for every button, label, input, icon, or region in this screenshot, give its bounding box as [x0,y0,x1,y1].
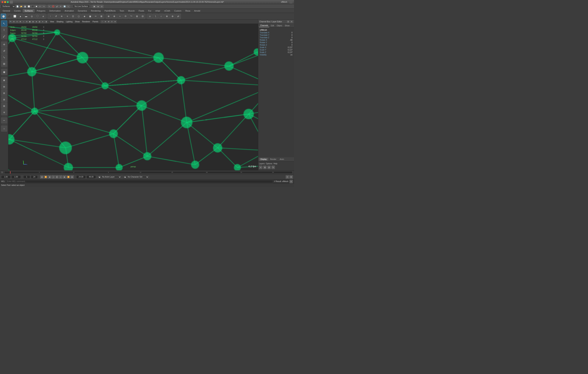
tab-fluids[interactable]: Fluids [137,9,146,12]
current-time-input[interactable] [11,175,21,179]
out-start-input[interactable] [76,175,86,179]
plane-tool[interactable]: ▬ [23,14,29,19]
vp-icon-r1[interactable]: □ [101,20,104,23]
tab-arnold[interactable]: Arnold [192,9,202,12]
vp-panels-menu[interactable]: Panels [91,20,100,23]
transform-tool[interactable]: ⊞ [1,61,7,67]
boolean-union[interactable]: ∪ [147,14,152,19]
anim-layer-arrow[interactable]: ▼ [98,176,100,178]
resize-icon[interactable] [289,0,293,4]
mode-select[interactable]: Surfaces Polygons Animation Dynamics Ren… [1,5,15,8]
tab-fur[interactable]: Fur [146,9,153,12]
attach-tool[interactable]: ⊞ [134,14,140,19]
layer-icon-2[interactable]: ⊞ [263,166,267,169]
layers-menu[interactable]: Layers [259,163,265,165]
mel-script-btn[interactable]: ⊡ [289,180,293,183]
bevel-tool[interactable]: ◈ [82,14,87,19]
move-tool-left[interactable]: ✛ [1,42,7,47]
tab-curves[interactable]: Curves [12,9,22,12]
lasso-tool-left[interactable]: ⌇ [1,27,7,33]
select-tool-icon[interactable]: ↖ [48,5,51,8]
out-end-input[interactable] [86,175,96,179]
vp-view-menu[interactable]: View [49,20,55,23]
prev-frame-btn[interactable]: ⏪ [44,175,47,179]
vp-wire1[interactable]: ⊟ [25,20,28,23]
frame-input[interactable] [23,175,30,179]
boolean-diff[interactable]: ∖ [153,14,158,19]
char-set-arrow[interactable]: ▼ [124,176,126,178]
loft-tool[interactable]: ≋ [59,14,64,19]
tab-rendering[interactable]: Rendering [89,9,103,12]
dt-tab-render[interactable]: Render [269,158,278,161]
tool3-icon[interactable]: 🔲 [35,5,38,8]
vp-shading-menu[interactable]: Shading [55,20,65,23]
extrude-tool[interactable]: ↑ [48,14,53,19]
square-tool[interactable]: ◻ [76,14,81,19]
redo-icon[interactable]: ↪ [42,5,46,8]
smooth-tool[interactable]: 〜 [129,14,134,19]
render2-icon[interactable]: ◈ [96,5,100,8]
layer5-tool[interactable]: ▨ [1,103,7,109]
vp-snap2[interactable]: ⊠ [19,20,22,23]
layer2-tool[interactable]: ▤ [1,84,7,89]
vp-icon-r5[interactable]: ⊗ [114,20,117,23]
cb-tab-object[interactable]: Object [276,24,284,27]
torus-tool[interactable]: ◎ [29,14,34,19]
next-frame-btn[interactable]: ⏩ [67,175,70,179]
stitch-tool[interactable]: ⊕ [164,14,169,19]
render1-icon[interactable]: ▣ [93,5,96,8]
play-forward-btn[interactable]: ▷ [59,175,63,179]
lasso-icon[interactable]: ⭕ [52,5,55,8]
tab-custom[interactable]: Custom [172,9,183,12]
start-time-input[interactable] [1,175,10,179]
vp-icon-r2[interactable]: ⊕ [104,20,107,23]
sphere-tool[interactable]: ⬤ [1,14,6,19]
tab-deformation[interactable]: Deformation [47,9,63,12]
tab-muscle[interactable]: Muscle [126,9,136,12]
cube-tool[interactable]: ⬛ [6,14,12,19]
tool2-icon[interactable]: ⬛ [31,5,34,8]
minimize-button[interactable] [4,1,6,3]
vp-icon-r3[interactable]: ⊞ [107,20,110,23]
prev-key-btn[interactable]: ◀ [48,175,51,179]
tab-general[interactable]: General [1,9,12,12]
trim-tool[interactable]: ✂ [93,14,98,19]
layer4-tool[interactable]: ▧ [1,96,7,102]
vp-wire2[interactable]: ▣ [28,20,32,23]
save-icon[interactable]: 💾 [23,5,27,8]
help-menu[interactable]: Help [273,163,277,165]
paint-select-tool[interactable]: 🖊 [1,33,7,39]
boundary-tool[interactable]: ⊡ [70,14,76,19]
minus-tool[interactable]: − [1,117,7,123]
tab-polygons[interactable]: Polygons [35,9,47,12]
layer3-tool[interactable]: ▥ [1,90,7,96]
layer1-tool[interactable]: ▦ [1,77,7,83]
dt-tab-display[interactable]: Display [259,158,268,161]
rotate-icon[interactable]: 🔄 [63,5,66,8]
play-back-btn[interactable]: ◁ [52,175,55,179]
timeline-track[interactable]: 1 3 6 9 12 15 18 21 24 [4,171,293,174]
boolean-inter[interactable]: ∩ [158,14,164,19]
birail-tool[interactable]: ≡ [65,14,70,19]
render3-icon[interactable]: ◎ [100,5,104,8]
rebuild-tool[interactable]: ⟳ [123,14,128,19]
playhead[interactable] [10,171,10,174]
nurbs1-tool[interactable]: 〇 [35,14,40,19]
undo-icon[interactable]: ↩ [38,5,42,8]
char-set-select[interactable]: No Character Set [126,175,149,179]
curve-on-surf[interactable]: ≈ [117,14,123,19]
move-icon[interactable]: ✛ [59,5,63,8]
tool1-icon[interactable]: ⬜ [27,5,31,8]
cone-tool[interactable]: ▲ [18,14,23,19]
maximize-button[interactable] [7,1,9,3]
detach-tool[interactable]: ⊟ [140,14,145,19]
cylinder-tool[interactable]: ⬜ [12,14,17,19]
vp-snap1[interactable]: ⊡ [16,20,19,23]
nurbs2-tool[interactable]: ⌀ [41,14,46,19]
open-icon[interactable]: 📂 [20,5,23,8]
close-button[interactable] [1,1,3,3]
cb-tab-edit[interactable]: Edit [270,24,275,27]
next-key-btn[interactable]: ▶ [63,175,66,179]
reverse-tool[interactable]: ⇄ [176,14,181,19]
mel-input[interactable] [6,180,273,183]
